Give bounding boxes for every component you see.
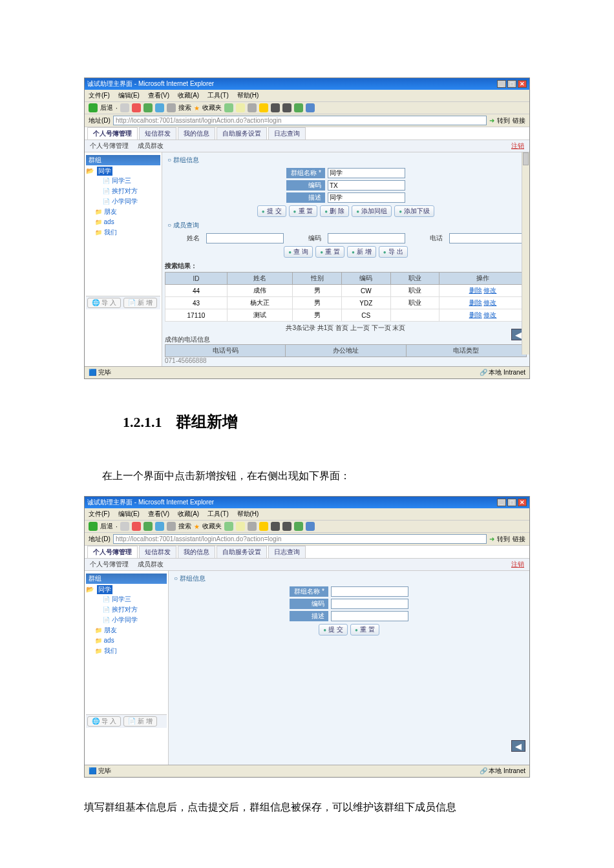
import-button[interactable]: 🌐 导 入 <box>87 716 121 727</box>
go-icon[interactable]: ➜ <box>489 535 494 542</box>
back-button[interactable]: 后退 <box>100 522 113 531</box>
row-edit[interactable]: 修改 <box>483 299 496 306</box>
mail-icon[interactable] <box>236 103 245 112</box>
tree-item[interactable]: ads <box>95 636 167 646</box>
tree-item[interactable]: 我们 <box>95 646 167 656</box>
search-icon[interactable] <box>167 522 176 531</box>
maximize-icon[interactable]: □ <box>507 80 516 88</box>
tree-item[interactable]: 朋友 <box>95 207 160 217</box>
tree-item[interactable]: 同学三 <box>103 176 160 186</box>
input-group-code[interactable] <box>331 599 408 609</box>
menu-tools[interactable]: 工具(T) <box>207 510 229 517</box>
back-arrow-icon[interactable]: ◀ <box>511 740 525 752</box>
go-button[interactable]: 转到 <box>497 535 510 544</box>
back-icon[interactable] <box>89 522 98 531</box>
menu-file[interactable]: 文件(F) <box>89 92 110 99</box>
logout-link[interactable]: 注销 <box>511 560 524 569</box>
menu-file[interactable]: 文件(F) <box>89 510 110 517</box>
discuss-icon[interactable] <box>271 522 280 531</box>
refresh-icon[interactable] <box>143 103 153 112</box>
reset-button[interactable]: 重 置 <box>289 205 318 217</box>
menu-tools[interactable]: 工具(T) <box>207 92 229 99</box>
submit-button[interactable]: 提 交 <box>319 624 348 636</box>
menu-fav[interactable]: 收藏(A) <box>178 92 199 99</box>
stop-icon[interactable] <box>132 522 141 531</box>
scrollbar[interactable] <box>522 152 529 355</box>
tree-item[interactable]: 小学同学 <box>103 196 160 207</box>
tree-item[interactable]: 挨打对方 <box>103 186 160 196</box>
input-group-desc[interactable] <box>331 611 408 621</box>
mail-icon[interactable] <box>236 522 245 531</box>
messenger-icon[interactable] <box>294 103 303 112</box>
forward-icon[interactable] <box>120 103 129 112</box>
print-icon[interactable] <box>248 522 257 531</box>
input-group-name[interactable] <box>328 168 405 178</box>
tree-item[interactable]: 同学三 <box>103 594 167 604</box>
research-icon[interactable] <box>282 522 291 531</box>
tree-item[interactable]: 小学同学 <box>103 615 167 625</box>
subtab-member[interactable]: 成员群改 <box>138 561 164 568</box>
tree-root[interactable]: 同学 <box>97 585 112 594</box>
menu-view[interactable]: 查看(V) <box>148 92 169 99</box>
minimize-icon[interactable]: _ <box>497 499 506 506</box>
tree-item[interactable]: 我们 <box>95 227 160 238</box>
subtab-contacts[interactable]: 个人号簿管理 <box>90 561 129 568</box>
reset-button[interactable]: 重 置 <box>350 624 379 636</box>
menu-help[interactable]: 帮助(H) <box>237 510 259 517</box>
discuss-icon[interactable] <box>271 103 280 112</box>
import-button[interactable]: 🌐 导 入 <box>87 298 121 308</box>
favorites-button[interactable]: 收藏夹 <box>202 103 222 112</box>
history-icon[interactable] <box>224 103 233 112</box>
home-icon[interactable] <box>155 103 164 112</box>
tab-selfservice[interactable]: 自助服务设置 <box>217 546 267 558</box>
input-q-name[interactable] <box>206 233 284 243</box>
delete-button[interactable]: 删 除 <box>320 205 349 217</box>
subtab-contacts[interactable]: 个人号簿管理 <box>90 142 129 149</box>
input-group-desc[interactable] <box>328 192 405 203</box>
add-child-button[interactable]: 添加下级 <box>394 205 434 217</box>
logout-link[interactable]: 注销 <box>511 141 524 150</box>
menu-view[interactable]: 查看(V) <box>148 510 169 517</box>
tab-myinfo[interactable]: 我的信息 <box>178 546 215 558</box>
tree-item[interactable]: ads <box>95 217 160 227</box>
query-export-button[interactable]: 导 出 <box>379 246 408 258</box>
input-q-phone[interactable] <box>449 233 527 243</box>
go-icon[interactable]: ➜ <box>489 117 494 124</box>
maximize-icon[interactable]: □ <box>507 499 516 506</box>
url-input[interactable]: http://localhost:7001/assistant/loginAct… <box>113 116 487 125</box>
pager[interactable]: 共3条记录 共1页 首页 上一页 下一页 末页 <box>165 324 527 333</box>
favorites-button[interactable]: 收藏夹 <box>202 522 222 531</box>
messenger-icon[interactable] <box>294 522 303 531</box>
row-delete[interactable]: 删除 <box>469 287 482 294</box>
url-input[interactable]: http://localhost:7001/assistant/loginAct… <box>113 534 487 544</box>
input-group-code[interactable] <box>328 180 405 191</box>
research-icon[interactable] <box>282 103 291 112</box>
tab-log[interactable]: 日志查询 <box>268 127 306 140</box>
input-group-name[interactable] <box>331 586 408 597</box>
go-button[interactable]: 转到 <box>497 116 510 125</box>
home-icon[interactable] <box>155 522 164 531</box>
tab-log[interactable]: 日志查询 <box>268 546 306 558</box>
search-button[interactable]: 搜索 <box>178 522 191 531</box>
stop-icon[interactable] <box>132 103 141 112</box>
close-icon[interactable]: ✕ <box>518 80 527 88</box>
minimize-icon[interactable]: _ <box>497 80 506 88</box>
menu-fav[interactable]: 收藏(A) <box>178 510 199 517</box>
add-sibling-button[interactable]: 添加同组 <box>352 205 392 217</box>
menu-edit[interactable]: 编辑(E) <box>118 510 140 517</box>
back-button[interactable]: 后退 <box>100 103 113 112</box>
history-icon[interactable] <box>224 522 233 531</box>
info-icon[interactable] <box>306 103 315 112</box>
search-icon[interactable] <box>167 103 176 112</box>
edit-icon[interactable] <box>259 103 268 112</box>
links-label[interactable]: 链接 <box>513 116 525 125</box>
input-q-code[interactable] <box>328 233 405 243</box>
refresh-icon[interactable] <box>143 522 153 531</box>
tab-sms[interactable]: 短信群发 <box>139 127 176 140</box>
search-button[interactable]: 搜索 <box>178 103 191 112</box>
tab-contacts[interactable]: 个人号簿管理 <box>87 127 138 140</box>
tab-contacts[interactable]: 个人号簿管理 <box>87 546 138 558</box>
menu-help[interactable]: 帮助(H) <box>237 92 259 99</box>
row-delete[interactable]: 删除 <box>469 311 482 318</box>
print-icon[interactable] <box>248 103 257 112</box>
